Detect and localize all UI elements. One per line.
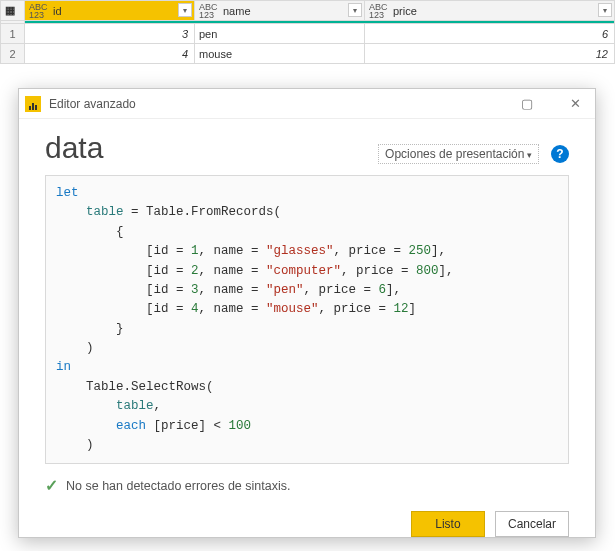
close-button[interactable]: ✕ — [555, 89, 595, 119]
column-label: id — [53, 5, 62, 17]
column-header-id[interactable]: ABC 123 id ▾ — [25, 1, 195, 21]
status-text: No se han detectado errores de sintaxis. — [66, 479, 290, 493]
data-grid: ▦ ABC 123 id ▾ ABC 123 name ▾ ABC — [0, 0, 615, 64]
datatype-icon: ABC 123 — [29, 3, 48, 19]
datatype-icon: ABC 123 — [199, 3, 218, 19]
maximize-button[interactable]: ▢ — [507, 89, 547, 119]
dialog-title: Editor avanzado — [49, 97, 136, 111]
column-label: name — [223, 5, 251, 17]
cell-name[interactable]: mouse — [195, 44, 365, 64]
cancel-button[interactable]: Cancelar — [495, 511, 569, 537]
cell-name[interactable]: pen — [195, 24, 365, 44]
column-filter-button[interactable]: ▾ — [178, 3, 192, 17]
dialog-titlebar: Editor avanzado ▢ ✕ — [19, 89, 595, 119]
code-editor[interactable]: let table = Table.FromRecords( { [id = 1… — [45, 175, 569, 464]
datatype-icon: ABC 123 — [369, 3, 388, 19]
cell-price[interactable]: 12 — [365, 44, 615, 64]
column-header-name[interactable]: ABC 123 name ▾ — [195, 1, 365, 21]
row-number: 2 — [1, 44, 25, 64]
column-label: price — [393, 5, 417, 17]
cell-id[interactable]: 4 — [25, 44, 195, 64]
help-icon[interactable]: ? — [551, 145, 569, 163]
row-number: 1 — [1, 24, 25, 44]
table-row[interactable]: 2 4 mouse 12 — [1, 44, 615, 64]
table-corner-icon[interactable]: ▦ — [1, 1, 25, 21]
cell-id[interactable]: 3 — [25, 24, 195, 44]
check-icon: ✓ — [45, 476, 58, 495]
app-icon — [25, 96, 41, 112]
done-button[interactable]: Listo — [411, 511, 485, 537]
query-name-heading: data — [45, 131, 103, 165]
advanced-editor-dialog: Editor avanzado ▢ ✕ data Opciones de pre… — [18, 88, 596, 538]
column-filter-button[interactable]: ▾ — [348, 3, 362, 17]
display-options-dropdown[interactable]: Opciones de presentación — [378, 144, 539, 164]
column-header-price[interactable]: ABC 123 price ▾ — [365, 1, 615, 21]
cell-price[interactable]: 6 — [365, 24, 615, 44]
column-filter-button[interactable]: ▾ — [598, 3, 612, 17]
table-row[interactable]: 1 3 pen 6 — [1, 24, 615, 44]
syntax-status: ✓ No se han detectado errores de sintaxi… — [45, 476, 569, 495]
